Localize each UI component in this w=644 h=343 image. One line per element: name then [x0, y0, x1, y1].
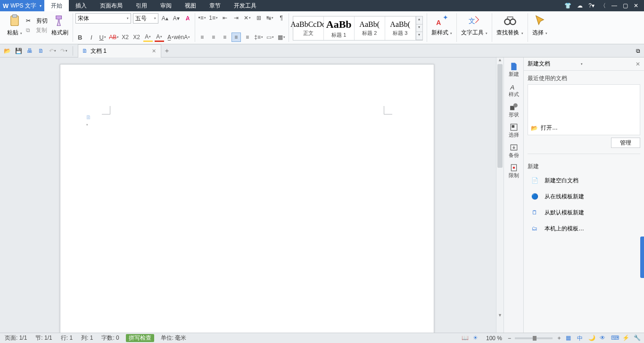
style-item-heading1[interactable]: AaBb标题 1	[324, 16, 355, 40]
app-menu[interactable]: W WPS 文字 ▾	[0, 0, 44, 11]
skin-icon[interactable]: 👕	[564, 2, 571, 9]
power-icon[interactable]: ⚡	[622, 335, 630, 342]
new-style-button[interactable]: A✦ 新样式 ▾	[429, 13, 454, 38]
phonetic-button[interactable]: wénA▾	[177, 33, 187, 42]
zoom-value[interactable]: 100 %	[484, 335, 504, 342]
style-item-heading2[interactable]: AaBb(标题 2	[355, 16, 385, 40]
close-tab-icon[interactable]: ✕	[152, 48, 156, 54]
bold-button[interactable]: B	[75, 33, 85, 42]
new-blank-doc[interactable]: 📄新建空白文档	[528, 172, 640, 188]
new-default-template[interactable]: 🗒从默认模板新建	[528, 204, 640, 220]
font-color-button[interactable]: A▾	[155, 33, 164, 42]
night-mode-icon[interactable]: 🌙	[588, 335, 596, 342]
status-words[interactable]: 字数: 0	[99, 334, 121, 342]
menu-tab-chapter[interactable]: 章节	[203, 0, 227, 11]
clear-format-button[interactable]: A̷	[183, 14, 192, 23]
status-page[interactable]: 页面: 1/1	[3, 334, 29, 342]
menu-tab-review[interactable]: 审阅	[154, 0, 178, 11]
add-tab-button[interactable]: ＋	[161, 47, 173, 55]
keyboard-icon[interactable]: ⌨	[611, 335, 619, 342]
style-item-normal[interactable]: AaBbCcDd正文	[293, 16, 324, 40]
close-icon[interactable]: ✕	[634, 2, 638, 9]
menu-tab-start[interactable]: 开始	[44, 0, 69, 11]
cut-button[interactable]: ✂ 剪切	[26, 17, 47, 25]
eye-care-icon[interactable]: 👁	[600, 335, 607, 342]
border-button[interactable]: ▦▾	[277, 33, 286, 42]
settings-icon[interactable]: 🔧	[634, 335, 641, 342]
collapse-pane-handle[interactable]	[640, 237, 644, 278]
book-open-icon[interactable]: 📖	[462, 335, 469, 342]
style-gallery-expand[interactable]: ▴▾▾	[416, 16, 422, 40]
section-icon[interactable]: 🗎▾	[86, 114, 93, 122]
scroll-down-icon[interactable]: ▼	[496, 313, 504, 319]
menu-tab-devtools[interactable]: 开发工具	[227, 0, 263, 11]
zoom-slider[interactable]	[515, 337, 553, 339]
menu-tab-view[interactable]: 视图	[178, 0, 203, 11]
shrink-font-button[interactable]: A▾	[172, 14, 181, 23]
text-tool-button[interactable]: 文 文字工具 ▾	[459, 13, 489, 38]
chevron-down-icon[interactable]: ▾	[581, 62, 583, 66]
style-item-heading3[interactable]: AaBb(标题 3	[385, 16, 416, 40]
align-justify-button[interactable]: ≡	[231, 33, 241, 42]
undo-button[interactable]: ↶▾	[48, 47, 57, 55]
font-size-select[interactable]: 五号▾	[133, 13, 158, 24]
view-print-layout-icon[interactable]: ▦	[566, 335, 573, 342]
asian-layout-button[interactable]: ✕▾	[243, 13, 252, 23]
nav-style[interactable]: A样式	[505, 81, 523, 100]
show-marks-button[interactable]: ¶	[277, 13, 286, 23]
new-local-template[interactable]: 🗂本机上的模板…	[528, 220, 640, 237]
maximize-icon[interactable]: ▢	[623, 2, 628, 9]
italic-button[interactable]: I	[87, 33, 96, 42]
underline-button[interactable]: U▾	[98, 33, 107, 42]
task-window-button[interactable]: ⧉	[636, 48, 640, 54]
align-distributed-button[interactable]: ≡	[243, 33, 252, 42]
numbering-button[interactable]: 1≡▾	[209, 13, 218, 23]
minimize-icon[interactable]: —	[611, 2, 617, 9]
menu-tab-reference[interactable]: 引用	[129, 0, 154, 11]
grow-font-button[interactable]: A▴	[160, 14, 170, 23]
scroll-thumb[interactable]	[497, 64, 503, 168]
borders-button[interactable]: ⊞	[254, 13, 264, 23]
strikethrough-button[interactable]: AB▾	[109, 33, 119, 42]
zoom-out-button[interactable]: −	[508, 335, 511, 342]
increase-indent-button[interactable]: ⇥	[231, 13, 241, 23]
status-unit[interactable]: 单位: 毫米	[159, 334, 189, 342]
vertical-scrollbar[interactable]: ▲ ▼	[496, 57, 504, 333]
menu-tab-insert[interactable]: 插入	[69, 0, 93, 11]
nav-backup[interactable]: 备份	[505, 141, 523, 161]
document-viewport[interactable]: 🗎▾ ▲ ▼	[0, 57, 504, 333]
highlight-button[interactable]: A▾	[143, 33, 153, 42]
print-preview-button[interactable]: 🗎	[37, 47, 45, 55]
redo-button[interactable]: ↷▾	[59, 47, 68, 55]
zoom-in-button[interactable]: ＋	[556, 334, 562, 342]
tabstop-button[interactable]: ↹▾	[265, 13, 275, 23]
document-tab[interactable]: 🗎 文档 1 ✕	[78, 44, 161, 57]
nav-restrict[interactable]: 限制	[505, 162, 523, 181]
nav-shape[interactable]: 形状	[505, 101, 523, 120]
scroll-up-icon[interactable]: ▲	[496, 57, 504, 64]
save-button[interactable]: 💾	[14, 47, 23, 55]
decrease-indent-button[interactable]: ⇤	[220, 13, 230, 23]
close-pane-icon[interactable]: ✕	[636, 61, 640, 67]
help-button[interactable]: ?▾	[588, 2, 594, 9]
cloud-icon[interactable]: ☁	[577, 2, 583, 9]
font-name-select[interactable]: 宋体▾	[75, 13, 131, 24]
paste-button[interactable]: 粘贴 ▾	[5, 13, 24, 38]
status-spellcheck[interactable]: 拼写检查	[126, 334, 154, 342]
shading-button[interactable]: ▭▾	[265, 33, 275, 42]
minimize-ribbon-icon[interactable]: 〈	[600, 2, 606, 10]
align-left-button[interactable]: ≡	[198, 33, 207, 42]
line-spacing-button[interactable]: ‡≡▾	[254, 33, 264, 42]
align-right-button[interactable]: ≡	[220, 33, 230, 42]
new-online-template[interactable]: 🔵从在线模板新建	[528, 188, 640, 204]
status-section[interactable]: 节: 1/1	[33, 334, 54, 342]
view-ime-icon[interactable]: 中	[577, 335, 585, 342]
menu-tab-pagelayout[interactable]: 页面布局	[93, 0, 129, 11]
find-replace-button[interactable]: 查找替换 ▾	[495, 13, 525, 38]
bullets-button[interactable]: •≡▾	[198, 13, 207, 23]
open-file-button[interactable]: 📂 打开…	[531, 124, 558, 132]
sun-icon[interactable]: ☀	[473, 335, 480, 342]
nav-new[interactable]: 新建	[505, 60, 523, 80]
align-center-button[interactable]: ≡	[209, 33, 218, 42]
superscript-button[interactable]: X2	[121, 33, 130, 42]
